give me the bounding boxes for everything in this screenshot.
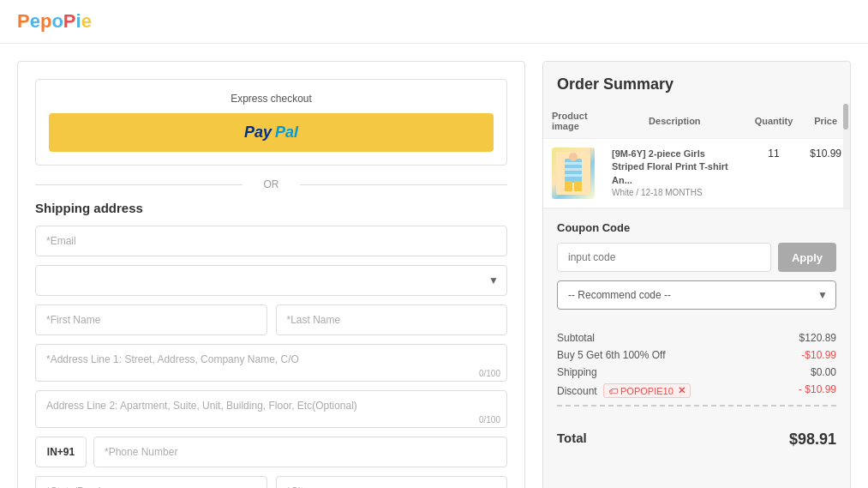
coupon-apply-button[interactable]: Apply (778, 243, 836, 272)
product-variant: White / 12-18 MONTHS (612, 187, 738, 199)
coupon-input-row: Apply (557, 243, 836, 272)
express-checkout-section: Express checkout PayPal (35, 79, 507, 166)
city-field (276, 476, 508, 488)
subtotal-value: $120.89 (799, 332, 836, 344)
order-summary-title: Order Summary (543, 62, 850, 104)
last-name-field (276, 304, 508, 335)
coupon-section: Coupon Code Apply -- Recommend code -- ▼ (543, 208, 850, 322)
shipping-row: Shipping $0.00 (557, 366, 836, 378)
country-field-wrapper: India ▼ (35, 265, 507, 296)
city-input[interactable] (276, 476, 508, 488)
svg-rect-2 (565, 162, 582, 165)
logo-letter-e2: e (81, 10, 92, 32)
product-desc: [9M-6Y] 2-piece Girls Striped Floral Pri… (612, 148, 738, 199)
paypal-pal-text: Pal (275, 124, 298, 142)
coupon-label: Coupon Code (557, 221, 836, 234)
paypal-button[interactable]: PayPal (49, 113, 494, 152)
buy5-value: -$10.99 (801, 349, 836, 361)
logo-letter-e: e (30, 10, 40, 32)
total-value: $98.91 (789, 431, 836, 449)
product-img-svg (556, 152, 590, 195)
scrollbar-thumb[interactable] (843, 104, 848, 130)
product-image-cell (543, 139, 603, 208)
shipping-address-title: Shipping address (35, 201, 507, 215)
discount-remove-button[interactable]: ✕ (678, 385, 685, 396)
svg-rect-7 (574, 181, 582, 191)
coupon-input[interactable] (557, 243, 771, 272)
main-content: Express checkout PayPal OR Shipping addr… (0, 44, 868, 488)
dashed-divider (557, 405, 836, 407)
left-panel: Express checkout PayPal OR Shipping addr… (17, 61, 525, 488)
logo-letter-p: P (17, 10, 30, 32)
express-checkout-label: Express checkout (49, 93, 494, 105)
first-name-input[interactable] (35, 304, 267, 335)
total-row: Total $98.91 (543, 424, 850, 461)
product-title: [9M-6Y] 2-piece Girls Striped Floral Pri… (612, 148, 738, 187)
name-row (35, 304, 507, 344)
logo-letter-P3: P (63, 10, 76, 32)
or-divider: OR (35, 178, 507, 190)
svg-rect-6 (565, 181, 572, 191)
country-input[interactable]: India (35, 265, 507, 296)
state-input[interactable] (35, 476, 267, 488)
shipping-label: Shipping (557, 366, 597, 378)
last-name-input[interactable] (276, 304, 508, 335)
address2-field: 0/100 (35, 390, 507, 428)
total-label: Total (557, 431, 587, 449)
svg-rect-4 (565, 174, 582, 177)
right-panel: Order Summary Product image Description … (542, 61, 851, 488)
email-field-wrapper (35, 226, 507, 256)
order-table: Product image Description Quantity Price (543, 104, 850, 208)
buy5-label: Buy 5 Get 6th 100% Off (557, 349, 666, 361)
logo-letter-p2: p (40, 10, 51, 32)
phone-code: IN+91 (35, 437, 87, 467)
shipping-value: $0.00 (811, 366, 836, 378)
subtotal-row: Subtotal $120.89 (557, 332, 836, 344)
col-product-image: Product image (543, 104, 603, 139)
discount-badge-icon: 🏷 (608, 386, 618, 396)
subtotal-label: Subtotal (557, 332, 595, 344)
page: PepoPie Express checkout PayPal OR Shipp… (0, 0, 868, 488)
phone-input[interactable] (93, 437, 507, 467)
phone-row: IN+91 (35, 437, 507, 467)
address1-field: 0/100 (35, 344, 507, 382)
logo: PepoPie (17, 10, 851, 33)
scrollbar-track[interactable] (843, 104, 850, 208)
discount-row: Discount 🏷 POPOPIE10 ✕ - $10.99 (557, 383, 836, 398)
discount-value: - $10.99 (799, 383, 836, 398)
logo-letter-o: o (51, 10, 63, 32)
state-field: ▼ (35, 476, 267, 488)
state-city-row: ▼ (35, 476, 507, 488)
table-row: [9M-6Y] 2-piece Girls Striped Floral Pri… (543, 139, 850, 208)
product-image (552, 148, 595, 199)
header: PepoPie (0, 0, 868, 44)
paypal-pay-text: Pay (244, 124, 272, 142)
discount-badge: 🏷 POPOPIE10 ✕ (603, 383, 691, 398)
first-name-field (35, 304, 267, 335)
svg-rect-3 (565, 168, 582, 171)
discount-badge-code: POPOPIE10 (620, 386, 673, 396)
address1-counter: 0/100 (479, 369, 500, 378)
price-breakdown: Subtotal $120.89 Buy 5 Get 6th 100% Off … (543, 322, 850, 424)
address1-input[interactable] (35, 344, 507, 382)
product-table-wrapper: Product image Description Quantity Price (543, 104, 850, 208)
discount-label: Discount 🏷 POPOPIE10 ✕ (557, 383, 691, 398)
col-description: Description (603, 104, 746, 139)
email-input[interactable] (35, 226, 507, 256)
svg-point-5 (569, 153, 578, 161)
buy5-row: Buy 5 Get 6th 100% Off -$10.99 (557, 349, 836, 361)
address2-input[interactable] (35, 390, 507, 428)
address2-counter: 0/100 (479, 415, 500, 425)
col-quantity: Quantity (746, 104, 802, 139)
recommend-code-select[interactable]: -- Recommend code -- (557, 280, 836, 310)
recommend-code-wrapper: -- Recommend code -- ▼ (557, 280, 836, 310)
product-quantity-cell: 11 (746, 139, 802, 208)
product-description-cell: [9M-6Y] 2-piece Girls Striped Floral Pri… (603, 139, 746, 208)
